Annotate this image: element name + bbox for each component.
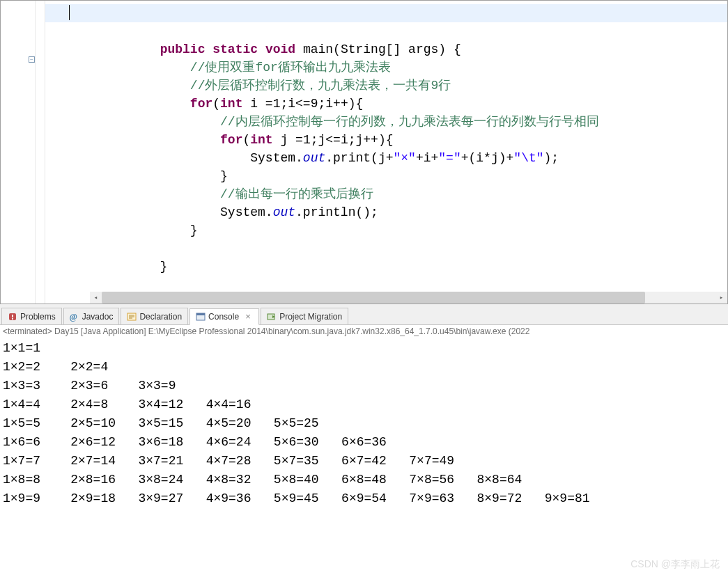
console-process-header: <terminated> Day15 [Java Application] E:… xyxy=(0,325,728,338)
code-line[interactable]: //输出每一行的乘式后换行 xyxy=(70,185,727,203)
code-line[interactable]: System.out.print(j+"×"+i+"="+(i*j)+"\t")… xyxy=(70,149,727,167)
code-line[interactable]: } xyxy=(70,258,727,276)
svg-rect-2 xyxy=(12,318,13,320)
tab-label: Project Migration xyxy=(279,312,342,322)
tab-declaration[interactable]: Declaration xyxy=(121,308,188,324)
tab-label: Console xyxy=(208,312,239,322)
code-line[interactable]: //使用双重for循环输出九九乘法表 xyxy=(70,58,727,77)
console-view: <terminated> Day15 [Java Application] E:… xyxy=(0,325,728,574)
watermark-text: CSDN @李李雨上花 xyxy=(630,558,720,571)
code-line[interactable]: for(int j =1;j<=i;j++){ xyxy=(70,131,727,149)
tab-label: Declaration xyxy=(139,312,182,322)
code-line[interactable] xyxy=(70,4,727,22)
svg-rect-8 xyxy=(196,313,205,315)
tab-console[interactable]: Console× xyxy=(189,308,259,325)
tab-problems[interactable]: Problems xyxy=(1,308,62,324)
tab-label: Javadoc xyxy=(82,312,114,322)
code-line[interactable]: } xyxy=(70,167,727,185)
fold-marker-icon[interactable]: − xyxy=(29,56,35,63)
code-line[interactable] xyxy=(70,22,727,40)
javadoc-icon: @ xyxy=(70,312,77,322)
code-line[interactable]: for(int i =1;i<=9;i++){ xyxy=(70,95,727,113)
tab-project-migration[interactable]: Project Migration xyxy=(261,308,348,324)
scrollbar-track[interactable] xyxy=(102,292,715,304)
svg-rect-1 xyxy=(12,315,13,317)
console-icon xyxy=(196,312,206,322)
migration-icon xyxy=(267,312,277,322)
code-editor-pane[interactable]: − public static void main(String[] args)… xyxy=(0,0,728,304)
code-line[interactable]: //外层循环控制行数，九九乘法表，一共有9行 xyxy=(70,77,727,95)
tab-javadoc[interactable]: @Javadoc xyxy=(63,308,120,324)
code-line[interactable]: } xyxy=(70,221,727,239)
scroll-left-button[interactable]: ◂ xyxy=(90,292,102,304)
code-line[interactable]: public static void main(String[] args) { xyxy=(70,40,727,58)
declaration-icon xyxy=(127,312,137,322)
tab-label: Problems xyxy=(20,312,56,322)
scroll-right-button[interactable]: ▸ xyxy=(715,292,727,304)
code-line[interactable]: System.out.println(); xyxy=(70,203,727,221)
horizontal-scrollbar[interactable]: ◂ ▸ xyxy=(90,292,727,304)
code-line[interactable]: //内层循环控制每一行的列数，九九乘法表每一行的列数与行号相同 xyxy=(70,113,727,131)
code-line[interactable] xyxy=(70,239,727,258)
code-content[interactable]: public static void main(String[] args) {… xyxy=(45,1,727,304)
console-output[interactable]: 1×1=1 1×2=2 2×2=4 1×3=3 2×3=6 3×3=9 1×4=… xyxy=(0,338,728,510)
close-icon[interactable]: × xyxy=(243,312,253,322)
editor-gutter: − xyxy=(1,1,36,304)
problems-icon xyxy=(8,312,17,322)
editor-margin xyxy=(36,1,45,304)
scrollbar-thumb[interactable] xyxy=(102,292,645,304)
views-tab-bar: Problems@JavadocDeclarationConsole×Proje… xyxy=(0,304,728,325)
